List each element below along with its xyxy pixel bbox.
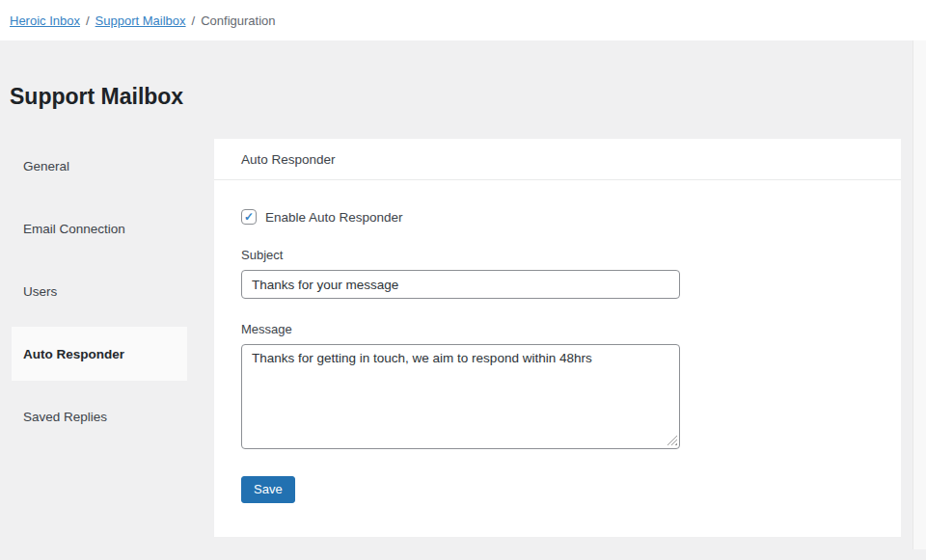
sidebar-item-auto-responder[interactable]: Auto Responder	[12, 327, 187, 381]
breadcrumb-separator: /	[192, 13, 196, 28]
breadcrumb-link-heroic-inbox[interactable]: Heroic Inbox	[10, 13, 80, 28]
panel-title: Auto Responder	[241, 152, 336, 167]
breadcrumb-bar: Heroic Inbox / Support Mailbox / Configu…	[0, 0, 926, 40]
sidebar-item-general[interactable]: General	[12, 139, 187, 193]
panel-body: ✓ Enable Auto Responder Subject Message …	[214, 180, 901, 532]
configuration-layout: General Email Connection Users Auto Resp…	[0, 139, 926, 537]
breadcrumb-link-support-mailbox[interactable]: Support Mailbox	[95, 13, 186, 28]
sidebar-item-users[interactable]: Users	[12, 264, 187, 318]
message-textarea[interactable]: Thanks for getting in touch, we aim to r…	[241, 344, 680, 449]
save-button[interactable]: Save	[241, 476, 295, 503]
settings-sidebar: General Email Connection Users Auto Resp…	[0, 139, 214, 537]
message-textarea-wrap: Thanks for getting in touch, we aim to r…	[241, 344, 680, 449]
panel-header: Auto Responder	[214, 139, 901, 180]
enable-auto-responder-row: ✓ Enable Auto Responder	[241, 209, 874, 225]
subject-field-group: Subject	[241, 248, 874, 299]
page-title: Support Mailbox	[0, 40, 926, 111]
message-field-group: Message Thanks for getting in touch, we …	[241, 322, 874, 449]
subject-label: Subject	[241, 248, 874, 262]
subject-input[interactable]	[241, 270, 680, 299]
auto-responder-panel: Auto Responder ✓ Enable Auto Responder S…	[214, 139, 901, 537]
sidebar-item-email-connection[interactable]: Email Connection	[12, 201, 187, 255]
breadcrumb-separator: /	[86, 13, 90, 28]
message-label: Message	[241, 322, 874, 336]
enable-auto-responder-label: Enable Auto Responder	[265, 210, 403, 225]
sidebar-item-saved-replies[interactable]: Saved Replies	[12, 389, 187, 443]
enable-auto-responder-checkbox[interactable]: ✓	[241, 209, 257, 225]
breadcrumb-current-configuration: Configuration	[201, 13, 275, 28]
check-icon: ✓	[244, 211, 254, 223]
breadcrumb: Heroic Inbox / Support Mailbox / Configu…	[10, 13, 276, 28]
